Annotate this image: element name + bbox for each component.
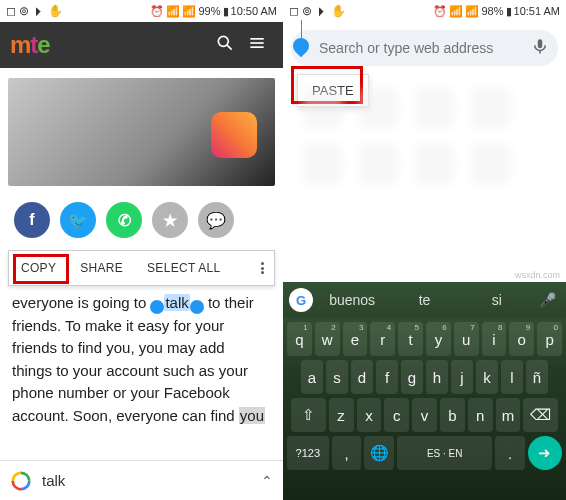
search-icon[interactable] <box>209 33 241 58</box>
status-bar: ◻ ⊚ ⏵ ✋ ⏰ 📶 📶 99% ▮ 10:50 AM <box>0 0 283 22</box>
key-a[interactable]: a <box>301 360 323 394</box>
svg-point-0 <box>218 36 228 46</box>
key-l[interactable]: l <box>501 360 523 394</box>
signal-icon: 📶 <box>449 5 463 18</box>
key-v[interactable]: v <box>412 398 437 432</box>
whatsapp-share-button[interactable]: ✆ <box>106 202 142 238</box>
key-k[interactable]: k <box>476 360 498 394</box>
article-text-4: things to your account such as your <box>12 362 248 379</box>
selection-handle-start[interactable] <box>150 300 164 314</box>
mte-logo[interactable]: mte <box>10 31 209 59</box>
shift-key[interactable]: ⇧ <box>291 398 326 432</box>
shortcut-item[interactable] <box>471 88 511 128</box>
keyboard: G buenos te si 🎤 q1 w2 e3 r4 t5 y6 u7 i8… <box>283 282 566 500</box>
watermark: wsxdn.com <box>515 270 560 280</box>
suggestion-3[interactable]: si <box>464 292 530 308</box>
shortcut-item[interactable] <box>415 144 455 184</box>
key-enye[interactable]: ñ <box>526 360 548 394</box>
shortcut-item[interactable] <box>303 144 343 184</box>
battery-pct: 99% <box>198 5 220 17</box>
article-text-5: phone number or your Facebook <box>12 384 230 401</box>
status-left-icons: ◻ ⊚ ⏵ ✋ <box>289 4 346 18</box>
article-text-you: you <box>239 407 265 424</box>
select-all-menu-item[interactable]: SELECT ALL <box>135 261 233 275</box>
article-text-6a: account. Soon, everyone can find <box>12 407 239 424</box>
keyboard-mic-icon[interactable]: 🎤 <box>536 292 560 308</box>
shortcut-item[interactable] <box>471 144 511 184</box>
suggestion-2[interactable]: te <box>391 292 457 308</box>
text-cursor-handle[interactable] <box>301 38 317 58</box>
mic-icon[interactable] <box>530 37 550 59</box>
spacebar-key[interactable]: ES · EN <box>397 436 492 470</box>
language-key[interactable]: 🌐 <box>364 436 394 470</box>
suggestion-1[interactable]: buenos <box>319 292 385 308</box>
facebook-share-button[interactable]: f <box>14 202 50 238</box>
period-key[interactable]: . <box>495 436 525 470</box>
shortcut-item[interactable] <box>359 88 399 128</box>
battery-icon: ▮ <box>223 5 229 18</box>
key-m[interactable]: m <box>496 398 521 432</box>
battery-icon: ▮ <box>506 5 512 18</box>
logo-e: e <box>37 31 49 58</box>
shortcut-grid <box>283 70 566 184</box>
copy-menu-item[interactable]: COPY <box>9 261 68 275</box>
article-text[interactable]: everyone is going to talk to their frien… <box>0 288 283 427</box>
svg-rect-9 <box>538 39 543 48</box>
comma-key[interactable]: , <box>332 436 362 470</box>
clock: 10:50 AM <box>231 5 277 17</box>
keyboard-keys: q1 w2 e3 r4 t5 y6 u7 i8 o9 p0 a s d f g … <box>283 318 566 470</box>
key-j[interactable]: j <box>451 360 473 394</box>
backspace-key[interactable]: ⌫ <box>523 398 558 432</box>
key-z[interactable]: z <box>329 398 354 432</box>
address-input[interactable] <box>317 40 530 56</box>
key-d[interactable]: d <box>351 360 373 394</box>
clock: 10:51 AM <box>514 5 560 17</box>
twitter-share-button[interactable]: 🐦 <box>60 202 96 238</box>
comment-button[interactable]: 💬 <box>198 202 234 238</box>
key-o[interactable]: o9 <box>509 322 534 356</box>
share-menu-item[interactable]: SHARE <box>68 261 135 275</box>
hamburger-icon[interactable] <box>241 33 273 58</box>
google-icon[interactable]: G <box>289 288 313 312</box>
shortcut-item[interactable] <box>415 88 455 128</box>
key-q[interactable]: q1 <box>287 322 312 356</box>
key-n[interactable]: n <box>468 398 493 432</box>
key-h[interactable]: h <box>426 360 448 394</box>
suggestion-row: G buenos te si 🎤 <box>283 282 566 318</box>
text-selection-menu: COPY SHARE SELECT ALL <box>8 250 275 286</box>
key-f[interactable]: f <box>376 360 398 394</box>
key-s[interactable]: s <box>326 360 348 394</box>
key-u[interactable]: u7 <box>454 322 479 356</box>
google-search-bar[interactable]: talk ⌃ <box>0 460 283 500</box>
key-i[interactable]: i8 <box>482 322 507 356</box>
send-key[interactable]: ➜ <box>528 436 562 470</box>
key-p[interactable]: p0 <box>537 322 562 356</box>
key-row-1: q1 w2 e3 r4 t5 y6 u7 i8 o9 p0 <box>287 322 562 356</box>
shortcut-item[interactable] <box>359 144 399 184</box>
article-text-1: everyone is going to <box>12 294 150 311</box>
key-b[interactable]: b <box>440 398 465 432</box>
selection-handle-end[interactable] <box>190 300 204 314</box>
key-row-3: ⇧ z x c v b n m ⌫ <box>287 398 562 432</box>
article-text-2: friends. To make it easy for your <box>12 317 224 334</box>
key-c[interactable]: c <box>384 398 409 432</box>
favorite-button[interactable]: ★ <box>152 202 188 238</box>
shortcut-item[interactable] <box>303 88 343 128</box>
status-left-icons: ◻ ⊚ ⏵ ✋ <box>6 4 63 18</box>
key-t[interactable]: t5 <box>398 322 423 356</box>
signal-icon: 📶 <box>166 5 180 18</box>
key-x[interactable]: x <box>357 398 382 432</box>
status-right: ⏰ 📶 📶 99% ▮ 10:50 AM <box>150 5 277 18</box>
key-w[interactable]: w2 <box>315 322 340 356</box>
key-row-2: a s d f g h j k l ñ <box>287 360 562 394</box>
share-row: f 🐦 ✆ ★ 💬 <box>0 194 283 246</box>
google-search-query: talk <box>42 472 261 489</box>
key-e[interactable]: e3 <box>343 322 368 356</box>
key-g[interactable]: g <box>401 360 423 394</box>
key-y[interactable]: y6 <box>426 322 451 356</box>
status-right: ⏰ 📶 📶 98% ▮ 10:51 AM <box>433 5 560 18</box>
chevron-up-icon[interactable]: ⌃ <box>261 473 273 489</box>
symbols-key[interactable]: ?123 <box>287 436 329 470</box>
key-r[interactable]: r4 <box>370 322 395 356</box>
more-menu-icon[interactable] <box>251 261 274 276</box>
